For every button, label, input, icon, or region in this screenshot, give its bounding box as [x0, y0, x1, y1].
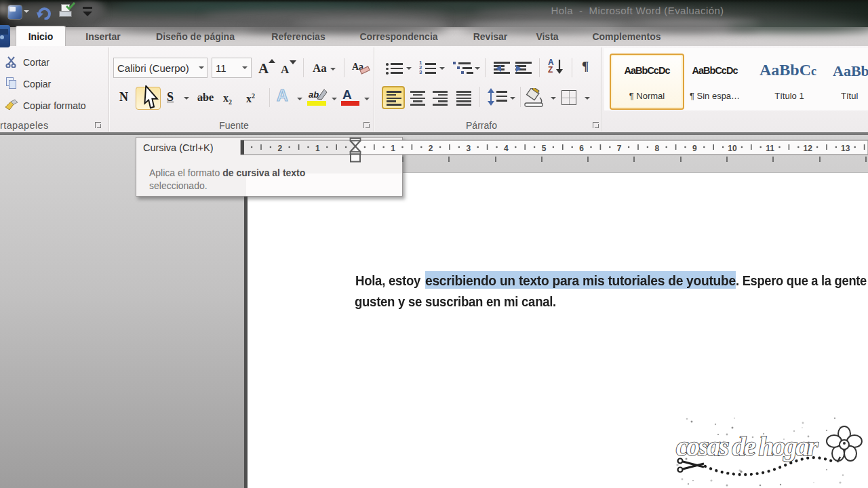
- svg-text:10: 10: [728, 144, 737, 153]
- svg-text:5: 5: [542, 144, 547, 153]
- svg-text:1: 1: [391, 144, 395, 153]
- svg-text:1: 1: [315, 144, 320, 153]
- svg-text:2: 2: [277, 144, 282, 153]
- svg-text:9: 9: [692, 144, 697, 153]
- svg-text:12: 12: [804, 144, 813, 153]
- svg-text:6: 6: [579, 144, 584, 153]
- svg-text:4: 4: [504, 144, 509, 153]
- svg-text:3: 3: [466, 144, 471, 153]
- svg-text:2: 2: [429, 144, 433, 153]
- svg-text:cosas de hogar: cosas de hogar: [676, 430, 819, 462]
- svg-text:7: 7: [617, 144, 622, 153]
- svg-text:13: 13: [841, 144, 850, 153]
- svg-text:8: 8: [654, 144, 659, 153]
- svg-text:11: 11: [766, 144, 774, 153]
